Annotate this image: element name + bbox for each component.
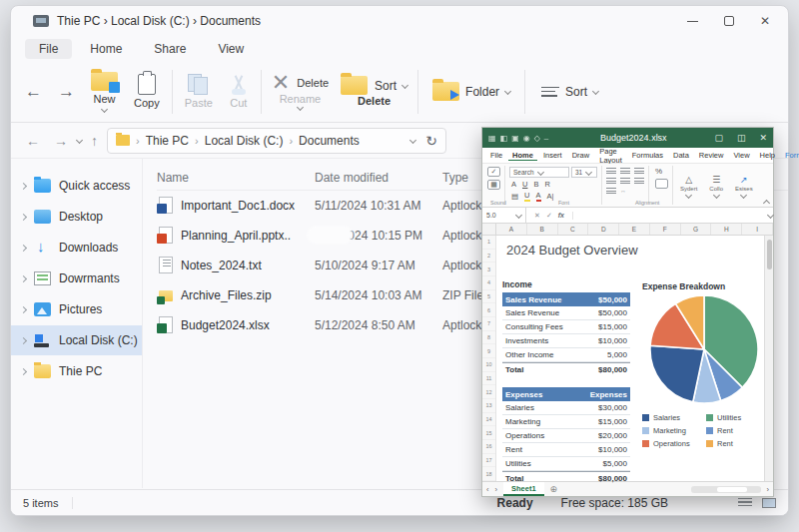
excel-share-icon[interactable]: ▢: [714, 133, 723, 143]
excel-undo-icon[interactable]: ◇: [534, 134, 540, 143]
row-header-1[interactable]: 1: [482, 236, 495, 250]
row-header-16[interactable]: 16: [482, 440, 495, 454]
align-left-icon[interactable]: [606, 178, 616, 186]
sidebar-item-thie-pc[interactable]: Thie PC: [11, 356, 142, 386]
row-header-11[interactable]: 11: [482, 372, 495, 386]
expenses-row-marketing[interactable]: Marketing$15,000: [502, 415, 630, 429]
menu-tab-file[interactable]: File: [25, 39, 72, 59]
expenses-row-rent[interactable]: Rent$10,000: [502, 443, 630, 457]
row-header-2[interactable]: 2: [482, 250, 495, 264]
column-name[interactable]: Name: [157, 171, 315, 185]
delete-x-icon[interactable]: ✕: [272, 73, 290, 93]
refresh-icon[interactable]: ↻: [425, 133, 437, 149]
formula-expand-icon[interactable]: [767, 212, 774, 219]
row-header-8[interactable]: 8: [482, 331, 495, 345]
excel-menu-help[interactable]: Help: [756, 151, 779, 160]
sheet-nav-left-icon[interactable]: ‹: [486, 485, 489, 494]
back-arrow-icon[interactable]: ←: [17, 82, 50, 102]
excel-save-icon[interactable]: ◧: [500, 134, 508, 143]
font-name-select[interactable]: Search: [509, 167, 569, 178]
sort-menu-button[interactable]: Sort: [529, 85, 610, 99]
row-header-10[interactable]: 10: [482, 358, 495, 372]
excel-redo-icon[interactable]: ‒: [544, 134, 548, 143]
font-size-select[interactable]: 31: [571, 167, 597, 178]
excel-menu-page-layout[interactable]: Page Layout: [595, 147, 626, 165]
row-header-13[interactable]: 13: [482, 399, 495, 413]
breadcrumb-thie-pc[interactable]: Thie PC: [146, 134, 189, 148]
nav-up-icon[interactable]: ↑: [86, 133, 103, 149]
copy-button[interactable]: Copy: [126, 74, 168, 109]
close-button[interactable]: ✕: [760, 14, 770, 28]
sidebar-item-local-disk-c[interactable]: Local Disk (C:): [11, 325, 142, 355]
menu-tab-view[interactable]: View: [204, 39, 258, 59]
column-header-e[interactable]: E: [619, 224, 650, 235]
minimize-button[interactable]: [687, 21, 698, 22]
row-header-17[interactable]: 17: [482, 454, 495, 468]
excel-menu-view[interactable]: View: [729, 151, 753, 160]
sidebar-item-pictures[interactable]: Pictures: [11, 294, 142, 324]
row-header-3[interactable]: 3: [482, 263, 495, 276]
name-box[interactable]: 5.0: [482, 208, 526, 223]
row-header-4[interactable]: 4: [482, 276, 495, 290]
align-right-icon[interactable]: [634, 178, 644, 186]
income-row-investments[interactable]: Investments$10,000: [502, 334, 630, 348]
column-header-c[interactable]: C: [558, 224, 589, 235]
cut-button[interactable]: Cut: [221, 75, 257, 109]
cells-icon[interactable]: ▦: [487, 180, 500, 190]
breadcrumb-local-disk-c[interactable]: Local Disk (C:): [205, 134, 284, 148]
paste-button[interactable]: Paste: [177, 74, 221, 109]
vertical-scrollbar[interactable]: [764, 236, 773, 481]
menu-tab-share[interactable]: Share: [140, 39, 200, 59]
income-row-sales-revenue[interactable]: Sales Revenue$50,000: [502, 306, 630, 320]
column-header-f[interactable]: F: [650, 224, 681, 235]
nav-back-icon[interactable]: ←: [21, 133, 45, 149]
excel-menu-file[interactable]: File: [486, 151, 506, 160]
breadcrumb-documents[interactable]: Documents: [299, 134, 360, 148]
excel-menu-formulas[interactable]: Formulas: [628, 151, 667, 160]
row-header-15[interactable]: 15: [482, 426, 495, 440]
row-header-12[interactable]: 12: [482, 385, 495, 399]
border-button[interactable]: B: [533, 180, 538, 189]
sheet-nav-end-icon[interactable]: ›: [767, 485, 770, 494]
align-middle-icon[interactable]: [620, 168, 630, 176]
row-header-9[interactable]: 9: [482, 344, 495, 358]
underline-button[interactable]: U: [522, 180, 527, 189]
excel-menu-home[interactable]: Home: [508, 151, 537, 161]
column-header-b[interactable]: B: [527, 224, 558, 235]
row-header-18[interactable]: 18: [482, 467, 495, 481]
column-header-d[interactable]: D: [588, 224, 619, 235]
row-header-6[interactable]: 6: [482, 303, 495, 317]
horizontal-scrollbar[interactable]: [691, 486, 761, 493]
thumbnail-view-icon[interactable]: [762, 498, 776, 508]
sidebar-item-quick-access[interactable]: Quick access: [11, 171, 142, 201]
menu-tab-home[interactable]: Home: [76, 39, 136, 59]
fx-icon[interactable]: fx: [558, 212, 564, 219]
sidebar-item-desktop[interactable]: Desktop: [11, 202, 142, 232]
new-button[interactable]: New: [83, 72, 126, 112]
details-view-icon[interactable]: [738, 498, 752, 508]
select-all-corner[interactable]: [482, 224, 496, 235]
column-header-i[interactable]: I: [742, 224, 773, 235]
number-format-icon[interactable]: [655, 179, 668, 189]
cancel-icon[interactable]: ✕: [534, 212, 540, 220]
sort-button[interactable]: Sort: [375, 79, 407, 93]
delete-button[interactable]: Delete: [358, 95, 391, 107]
align-center-icon[interactable]: [620, 178, 630, 186]
address-dropdown-icon[interactable]: [409, 137, 416, 144]
expenses-row-utilities[interactable]: Utilities$5,000: [502, 457, 630, 471]
bold-button[interactable]: A: [511, 180, 516, 189]
excel-menu-draw[interactable]: Draw: [568, 151, 594, 160]
align-bottom-icon[interactable]: [634, 168, 644, 176]
excel-close-icon[interactable]: ✕: [759, 133, 767, 143]
excel-menu-form[interactable]: Form: [781, 151, 799, 160]
income-row-other-income[interactable]: Other Income5,000: [502, 348, 630, 362]
add-sheet-icon[interactable]: ⊕: [550, 484, 558, 494]
sheet-nav-right-icon[interactable]: ›: [495, 485, 498, 494]
excel-menu-data[interactable]: Data: [669, 151, 693, 160]
indent-icon[interactable]: [606, 188, 616, 196]
excel-menu-review[interactable]: Review: [695, 151, 728, 160]
style-button[interactable]: R: [544, 180, 549, 189]
column-date-modified[interactable]: Date modified: [315, 171, 442, 185]
excel-minimize-icon[interactable]: ◫: [737, 133, 746, 143]
row-header-7[interactable]: 7: [482, 317, 495, 331]
